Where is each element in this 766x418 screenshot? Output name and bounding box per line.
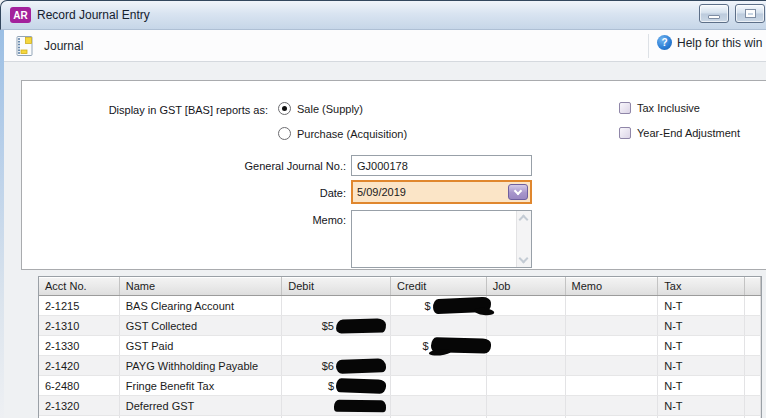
amount-prefix: $	[423, 340, 429, 352]
cell-job[interactable]	[487, 396, 566, 415]
cell-tax[interactable]: N-T	[658, 336, 745, 355]
column-header-tax: Tax	[658, 277, 745, 295]
table-header-row: Acct No.NameDebitCreditJobMemoTax	[39, 277, 761, 296]
cell-credit[interactable]: $	[391, 336, 487, 355]
radio-selected-icon	[278, 102, 291, 115]
journal-lines-table: Acct No.NameDebitCreditJobMemoTax2-1215B…	[38, 276, 762, 418]
cell-filler[interactable]	[745, 396, 761, 415]
journal-no-value: GJ000178	[357, 160, 408, 172]
cell-name[interactable]: Deferred GST	[120, 396, 283, 415]
checkbox-tax-inclusive[interactable]: Tax Inclusive	[619, 102, 700, 114]
cell-tax[interactable]: N-T	[658, 296, 745, 315]
cell-memo[interactable]	[566, 336, 659, 355]
cell-job[interactable]	[487, 316, 566, 335]
gst-reports-label: Display in GST [BAS] reports as:	[37, 104, 268, 116]
cell-tax[interactable]: N-T	[658, 356, 745, 375]
help-link[interactable]: ? Help for this win	[657, 35, 762, 50]
radio-unselected-icon	[278, 127, 291, 140]
cell-acct-no[interactable]: 2-1310	[39, 316, 120, 335]
minimize-icon	[708, 15, 720, 19]
cell-name[interactable]: PAYG Withholding Payable	[120, 356, 283, 375]
app-icon: AR	[10, 7, 31, 23]
cell-debit[interactable]: $6	[282, 356, 391, 375]
window-controls	[699, 4, 765, 23]
cell-acct-no[interactable]: 2-1330	[39, 336, 120, 355]
column-header-name: Name	[120, 277, 283, 295]
cell-credit[interactable]	[391, 316, 487, 335]
toolbar: Journal ? Help for this win	[0, 30, 766, 62]
cell-tax[interactable]: N-T	[658, 376, 745, 395]
toolbar-divider	[648, 34, 649, 58]
cell-filler[interactable]	[745, 356, 761, 375]
cell-memo[interactable]	[566, 376, 659, 395]
cell-filler[interactable]	[745, 316, 761, 335]
scroll-down-icon	[519, 254, 529, 264]
cell-job[interactable]	[487, 296, 566, 315]
help-icon: ?	[657, 35, 672, 50]
cell-memo[interactable]	[566, 356, 659, 375]
redaction-mark	[334, 399, 386, 411]
amount-prefix: $6	[322, 360, 334, 372]
cell-debit[interactable]	[282, 396, 391, 415]
cell-tax[interactable]: N-T	[658, 316, 745, 335]
journal-toolbar-button[interactable]: Journal	[13, 34, 83, 58]
column-header-memo: Memo	[566, 277, 659, 295]
journal-no-field[interactable]: GJ000178	[351, 155, 532, 176]
cell-credit[interactable]: $	[391, 296, 487, 315]
cell-filler[interactable]	[745, 296, 761, 315]
cell-job[interactable]	[487, 356, 566, 375]
redaction-mark	[432, 297, 491, 315]
cell-acct-no[interactable]: 2-1320	[39, 396, 120, 415]
memo-scrollbar[interactable]	[516, 211, 531, 267]
cell-memo[interactable]	[566, 316, 659, 335]
cell-tax[interactable]: N-T	[658, 396, 745, 415]
table-row: 2-1320Deferred GSTN-T	[39, 396, 761, 416]
cell-debit[interactable]: $5	[282, 316, 391, 335]
cell-memo[interactable]	[566, 296, 659, 315]
cell-credit[interactable]	[391, 376, 487, 395]
minimize-button[interactable]	[699, 4, 729, 23]
cell-filler[interactable]	[745, 376, 761, 395]
cell-filler[interactable]	[745, 336, 761, 355]
cell-job[interactable]	[487, 376, 566, 395]
cell-debit[interactable]	[282, 296, 391, 315]
cell-debit[interactable]	[282, 336, 391, 355]
maximize-button[interactable]	[735, 4, 765, 23]
cell-acct-no[interactable]: 2-1420	[39, 356, 120, 375]
checkbox-year-end-adjustment[interactable]: Year-End Adjustment	[619, 127, 740, 139]
amount-prefix: $5	[322, 320, 334, 332]
cell-name[interactable]: Fringe Benefit Tax	[120, 376, 283, 395]
column-header-job: Job	[487, 277, 566, 295]
date-dropdown-button[interactable]	[508, 184, 528, 200]
journal-no-label: General Journal No.:	[146, 160, 346, 172]
column-header-acct-no-: Acct No.	[39, 277, 120, 295]
radio-purchase-label: Purchase (Acquisition)	[297, 128, 407, 140]
radio-sale-supply[interactable]: Sale (Supply)	[278, 102, 363, 115]
table-row: 2-1215BAS Clearing Account$N-T	[39, 296, 761, 316]
table-row: 2-1310GST Collected$5N-T	[39, 316, 761, 336]
scroll-up-icon	[519, 215, 529, 225]
cell-acct-no[interactable]: 2-1215	[39, 296, 120, 315]
date-value: 5/09/2019	[357, 186, 406, 198]
memo-field[interactable]	[351, 210, 532, 268]
redaction-mark	[431, 337, 491, 354]
redaction-mark	[336, 358, 386, 374]
date-field[interactable]: 5/09/2019	[351, 180, 532, 204]
column-header-blank	[745, 277, 761, 295]
amount-prefix: $	[425, 300, 431, 312]
radio-sale-label: Sale (Supply)	[297, 103, 363, 115]
cell-job[interactable]	[487, 336, 566, 355]
cell-name[interactable]: GST Collected	[120, 316, 283, 335]
cell-credit[interactable]	[391, 356, 487, 375]
cell-credit[interactable]	[391, 396, 487, 415]
cell-name[interactable]: BAS Clearing Account	[120, 296, 283, 315]
journal-toolbar-label: Journal	[44, 39, 83, 53]
radio-purchase-acquisition[interactable]: Purchase (Acquisition)	[278, 127, 407, 140]
cell-name[interactable]: GST Paid	[120, 336, 283, 355]
table-row: 6-2480Fringe Benefit Tax$N-T	[39, 376, 761, 396]
cell-acct-no[interactable]: 6-2480	[39, 376, 120, 395]
cell-debit[interactable]: $	[282, 376, 391, 395]
cell-memo[interactable]	[566, 396, 659, 415]
table-row: 2-1330GST Paid$N-T	[39, 336, 761, 356]
journal-icon	[13, 35, 35, 57]
